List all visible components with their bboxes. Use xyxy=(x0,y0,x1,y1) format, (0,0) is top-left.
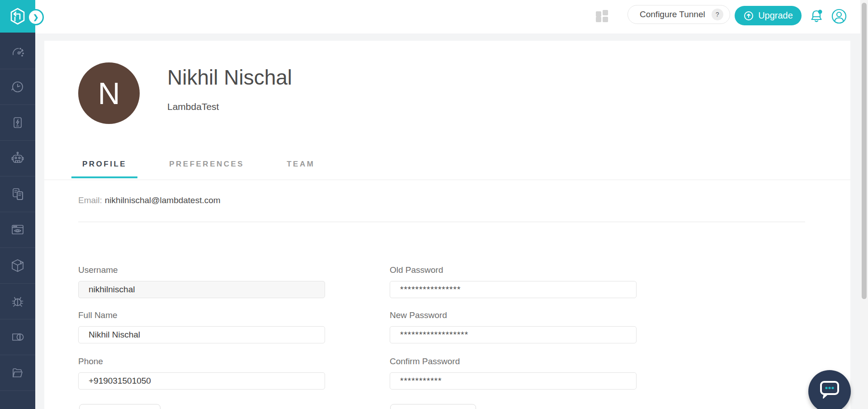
apps-grid-icon[interactable] xyxy=(596,10,609,23)
phone-label: Phone xyxy=(78,357,325,366)
main-content: N Nikhil Nischal LambdaTest PROFILE PREF… xyxy=(35,33,860,409)
chevron-right-icon: ❯ xyxy=(33,13,39,21)
hyperexecute-box-icon xyxy=(9,257,26,274)
automation-robot-icon xyxy=(9,150,26,167)
profile-tabs: PROFILE PREFERENCES TEAM xyxy=(71,159,326,178)
lambdatest-logo-icon xyxy=(8,7,27,26)
update-profile-button[interactable] xyxy=(79,404,160,409)
tabs-divider xyxy=(44,180,850,180)
configure-tunnel-label: Configure Tunnel xyxy=(640,10,705,19)
sidebar-item-hyperexecute[interactable] xyxy=(0,248,35,284)
sidebar-item-bug-tracker[interactable] xyxy=(0,284,35,319)
notification-bell-icon xyxy=(807,7,826,25)
old-password-input[interactable] xyxy=(390,281,637,298)
projects-folder-icon xyxy=(9,364,26,381)
fullname-input[interactable] xyxy=(78,326,325,343)
top-header: Configure Tunnel ? Upgrade xyxy=(35,0,868,33)
new-password-label: New Password xyxy=(390,310,637,320)
upgrade-button[interactable]: Upgrade xyxy=(735,6,802,25)
change-password-button[interactable] xyxy=(390,404,476,409)
scrollbar-thumb[interactable] xyxy=(862,3,867,299)
sidebar-item-app-testing[interactable] xyxy=(0,105,35,141)
page-scrollbar[interactable] xyxy=(860,0,868,409)
app-automation-icon xyxy=(9,186,26,202)
sidebar xyxy=(0,0,35,409)
sidebar-item-automation[interactable] xyxy=(0,141,35,176)
tab-preferences[interactable]: PREFERENCES xyxy=(158,159,255,178)
email-row: Email:nikhilnischal@lambdatest.com xyxy=(78,195,221,205)
username-input[interactable] xyxy=(78,281,325,298)
upgrade-label: Upgrade xyxy=(758,10,793,21)
tab-profile[interactable]: PROFILE xyxy=(71,159,137,178)
user-avatar-icon xyxy=(830,7,849,26)
phone-field-group: Phone xyxy=(78,357,325,390)
chat-bubble-icon xyxy=(818,380,841,400)
fullname-label: Full Name xyxy=(78,310,325,320)
profile-card: N Nikhil Nischal LambdaTest PROFILE PREF… xyxy=(44,41,850,409)
old-password-field-group: Old Password xyxy=(390,265,637,298)
upgrade-arrow-icon xyxy=(743,10,754,21)
username-label: Username xyxy=(78,265,325,275)
sidebar-expand-button[interactable]: ❯ xyxy=(28,9,44,25)
new-password-field-group: New Password xyxy=(390,310,637,343)
sidebar-item-realtime[interactable] xyxy=(0,69,35,105)
profile-avatar: N xyxy=(78,62,140,124)
sidebar-item-smart-tv[interactable] xyxy=(0,319,35,355)
sidebar-nav xyxy=(0,33,35,391)
confirm-password-field-group: Confirm Password xyxy=(390,357,637,390)
chat-widget-button[interactable] xyxy=(808,370,851,409)
smart-tv-icon xyxy=(9,328,26,346)
mobile-lightning-icon xyxy=(9,114,26,131)
confirm-password-label: Confirm Password xyxy=(390,357,637,366)
configure-tunnel-button[interactable]: Configure Tunnel ? xyxy=(627,5,730,24)
new-password-input[interactable] xyxy=(390,326,637,343)
email-value: nikhilnischal@lambdatest.com xyxy=(105,195,221,205)
fullname-field-group: Full Name xyxy=(78,310,325,343)
account-menu-button[interactable] xyxy=(829,6,849,26)
old-password-label: Old Password xyxy=(390,265,637,275)
tab-team[interactable]: TEAM xyxy=(276,159,326,178)
sidebar-item-dashboard[interactable] xyxy=(0,33,35,69)
realtime-clock-icon xyxy=(9,79,26,95)
email-label: Email: xyxy=(78,195,102,205)
section-divider xyxy=(78,222,805,222)
avatar-initial: N xyxy=(98,76,120,111)
profile-company: LambdaTest xyxy=(167,101,219,112)
speedometer-icon xyxy=(9,43,26,59)
username-field-group: Username xyxy=(78,265,325,298)
browser-eye-icon xyxy=(9,221,26,238)
sidebar-item-visual-browser[interactable] xyxy=(0,212,35,248)
confirm-password-input[interactable] xyxy=(390,372,637,390)
tunnel-help-icon[interactable]: ? xyxy=(712,9,723,20)
notifications-button[interactable] xyxy=(807,6,826,26)
sidebar-item-app-automation[interactable] xyxy=(0,176,35,212)
bug-tracker-icon xyxy=(9,293,26,310)
profile-name: Nikhil Nischal xyxy=(167,65,292,90)
phone-input[interactable] xyxy=(78,372,325,390)
sidebar-item-projects[interactable] xyxy=(0,355,35,391)
